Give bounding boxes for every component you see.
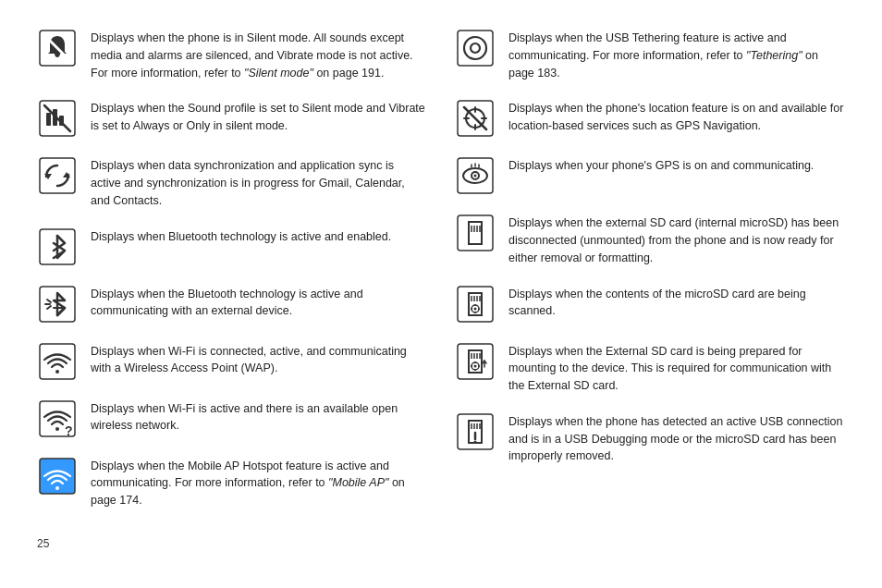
sound-profile-desc: Displays when the Sound profile is set t… — [91, 98, 427, 135]
svg-text:?: ? — [65, 423, 73, 437]
bluetooth-desc: Displays when Bluetooth technology is ac… — [91, 227, 427, 246]
right-column: Displays when the USB Tethering feature … — [455, 28, 845, 509]
list-item: Displays when data synchronization and a… — [37, 155, 427, 209]
list-item: ? Displays when Wi-Fi is active and ther… — [37, 398, 427, 439]
list-item: Displays when the phone's location featu… — [455, 98, 845, 139]
sd-prepare-desc: Displays when the External SD card is be… — [508, 341, 845, 395]
svg-point-16 — [55, 370, 59, 374]
svg-point-18 — [55, 427, 59, 431]
silent-mode-icon — [37, 28, 78, 68]
list-item: Displays when the contents of the microS… — [455, 284, 845, 325]
sound-profile-icon — [37, 98, 78, 139]
sd-unmounted-icon — [455, 213, 496, 253]
gps-desc: Displays when your phone's GPS is on and… — [508, 155, 845, 175]
svg-point-50 — [474, 307, 477, 310]
bluetooth-active-desc: Displays when the Bluetooth technology i… — [91, 284, 427, 321]
svg-point-61 — [474, 364, 477, 367]
usb-tethering-icon — [455, 28, 496, 68]
gps-icon — [455, 155, 496, 196]
main-content: Displays when the phone is in Silent mod… — [37, 28, 845, 509]
svg-rect-15 — [40, 344, 75, 379]
wifi-icon — [37, 341, 78, 382]
list-item: Displays when the USB Tethering feature … — [455, 28, 845, 81]
sd-unmounted-desc: Displays when the external SD card (inte… — [508, 213, 845, 266]
page-number: 25 — [37, 537, 845, 550]
left-column: Displays when the phone is in Silent mod… — [37, 28, 427, 509]
svg-rect-22 — [458, 31, 493, 66]
list-item: Displays when your phone's GPS is on and… — [455, 155, 845, 196]
list-item: Displays when the Bluetooth technology i… — [37, 284, 427, 325]
sd-error-icon — [455, 411, 496, 452]
sd-scan-desc: Displays when the contents of the microS… — [508, 284, 845, 321]
list-item: Displays when the External SD card is be… — [455, 341, 845, 395]
svg-point-35 — [474, 175, 477, 178]
list-item: Displays when the Mobile AP Hotspot feat… — [37, 456, 427, 509]
list-item: Displays when the phone is in Silent mod… — [37, 28, 427, 81]
svg-point-21 — [55, 486, 59, 490]
list-item: Displays when the phone has detected an … — [455, 411, 845, 465]
location-icon — [455, 98, 496, 139]
svg-rect-7 — [40, 158, 75, 193]
list-item: Displays when Wi-Fi is connected, active… — [37, 341, 427, 382]
bluetooth-active-icon — [37, 284, 78, 325]
silent-mode-desc: Displays when the phone is in Silent mod… — [91, 28, 427, 81]
usb-tethering-desc: Displays when the USB Tethering feature … — [508, 28, 845, 81]
svg-rect-3 — [46, 113, 51, 126]
mobile-ap-desc: Displays when the Mobile AP Hotspot feat… — [91, 456, 427, 509]
wifi-open-icon: ? — [37, 398, 78, 439]
mobile-ap-icon — [37, 456, 78, 496]
wifi-desc: Displays when Wi-Fi is connected, active… — [91, 341, 427, 378]
wifi-open-desc: Displays when Wi-Fi is active and there … — [91, 398, 427, 435]
svg-point-73 — [474, 440, 477, 443]
sync-desc: Displays when data synchronization and a… — [91, 155, 427, 209]
list-item: Displays when the external SD card (inte… — [455, 213, 845, 266]
list-item: Displays when Bluetooth technology is ac… — [37, 227, 427, 267]
svg-rect-39 — [458, 215, 493, 251]
location-desc: Displays when the phone's location featu… — [508, 98, 845, 135]
bluetooth-icon — [37, 227, 78, 267]
list-item: Displays when the Sound profile is set t… — [37, 98, 427, 139]
sd-error-desc: Displays when the phone has detected an … — [508, 411, 845, 465]
sd-scan-icon — [455, 284, 496, 325]
sync-icon — [37, 155, 78, 196]
sd-prepare-icon — [455, 341, 496, 382]
